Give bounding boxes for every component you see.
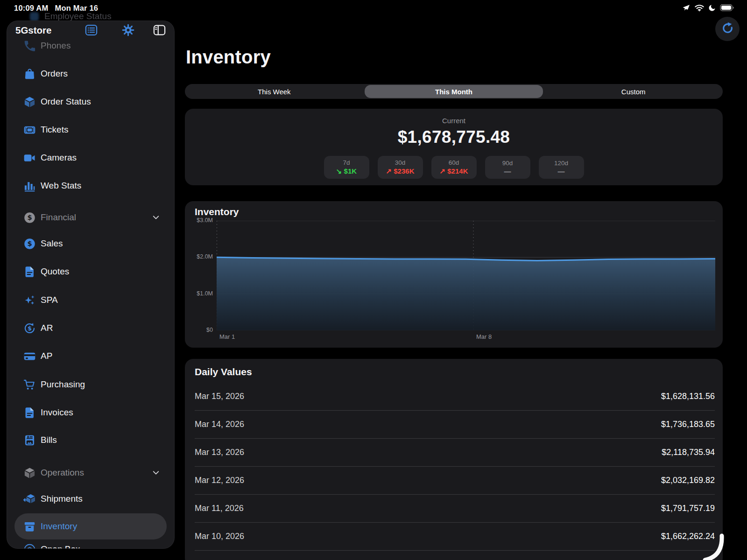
sidebar-item-label: Financial	[41, 212, 76, 223]
sidebar-item-label: Bills	[41, 435, 57, 445]
sidebar-item-shipments[interactable]: Shipments	[14, 486, 167, 512]
sidebar-item-cameras[interactable]: Cameras	[14, 145, 167, 171]
delta-chip-30d: 30d↗ $236K	[378, 156, 423, 179]
y-axis-tick: $3.0M	[187, 217, 213, 224]
refresh-dollar-icon: $	[23, 322, 36, 335]
chip-delta: ↗ $214K	[440, 167, 468, 175]
chip-period: 120d	[554, 160, 568, 167]
sidebar-item-label: Open Box	[41, 544, 80, 549]
chip-delta: ↗ $236K	[386, 167, 415, 175]
sidebar-item-bills[interactable]: ABills	[14, 427, 167, 453]
sidebar-item-ar[interactable]: $AR	[14, 315, 167, 341]
sidebar-item-label: Web Stats	[41, 181, 81, 191]
daily-values-card: Daily Values Mar 15, 2026$1,628,131.56Ma…	[185, 359, 723, 560]
chip-period: 60d	[449, 159, 459, 166]
sidebar-item-purchasing[interactable]: Purchasing	[14, 371, 167, 398]
sidebar-item-orders[interactable]: Orders	[14, 61, 167, 87]
sidebar-item-invoices[interactable]: Invoices	[14, 399, 167, 426]
sidebar-item-label: Inventory	[41, 521, 77, 532]
sidebar-item-tickets[interactable]: Tickets	[14, 117, 167, 143]
sidebar-item-label: Orders	[41, 69, 68, 79]
shipment-icon	[23, 493, 36, 505]
sidebar-item-label: AP	[41, 351, 52, 361]
delta-chips: 7d↘ $1K30d↗ $236K60d↗ $214K90d—120d—	[185, 156, 723, 179]
current-value: $1,678,775.48	[185, 127, 723, 147]
daily-date: Mar 13, 2026	[195, 448, 244, 457]
delta-chip-120d: 120d—	[539, 156, 584, 179]
bag-icon	[23, 68, 36, 80]
video-camera-icon	[23, 152, 36, 164]
sidebar-item-inventory[interactable]: Inventory	[14, 513, 167, 539]
daily-value-row: Mar 12, 2026$2,032,169.82	[195, 467, 715, 495]
daily-date: Mar 10, 2026	[195, 532, 244, 541]
sparkles-icon	[23, 294, 36, 307]
inventory-chart-card: Inventory $3.0M$2.0M$1.0M$0 Mar 1Mar 8	[185, 201, 723, 348]
sidebar-item-spa[interactable]: SPA	[14, 287, 167, 313]
daily-date: Mar 11, 2026	[195, 504, 244, 513]
refresh-button[interactable]	[715, 17, 740, 41]
delta-chip-60d: 60d↗ $214K	[431, 156, 477, 179]
current-label: Current	[185, 117, 723, 125]
document-icon	[23, 266, 36, 278]
sidebar-item-label: Purchasing	[41, 379, 85, 390]
chart-title: Inventory	[195, 206, 239, 217]
refresh-icon	[721, 22, 734, 36]
chip-delta: —	[558, 168, 565, 175]
sidebar-item-label: Cameras	[41, 153, 77, 163]
tab-this-week[interactable]: This Week	[185, 84, 364, 99]
tab-custom[interactable]: Custom	[544, 84, 723, 99]
delta-chip-90d: 90d—	[485, 156, 530, 179]
daily-value-row: Mar 10, 2026$1,662,262.24	[195, 523, 715, 551]
battery-icon	[720, 4, 734, 13]
sidebar-item-quotes[interactable]: Quotes	[14, 259, 167, 285]
daily-amount: $1,628,131.56	[661, 392, 715, 401]
ghost-icon	[30, 12, 39, 21]
inventory-area-chart	[217, 221, 715, 330]
daily-amount: $1,736,183.65	[661, 420, 715, 429]
daily-amount: $2,118,735.94	[662, 448, 715, 457]
cube-icon	[23, 96, 36, 108]
daily-values-list: Mar 15, 2026$1,628,131.56Mar 14, 2026$1,…	[195, 383, 715, 551]
airplane-icon	[682, 3, 691, 14]
sidebar-item-label: Sales	[41, 238, 63, 249]
sidebar-item-financial[interactable]: $Financial	[14, 204, 167, 231]
delta-chip-7d: 7d↘ $1K	[324, 156, 369, 179]
daily-value-row: Mar 14, 2026$1,736,183.65	[195, 411, 715, 439]
svg-text:$: $	[27, 239, 32, 247]
dollar-circle-icon: $	[23, 238, 36, 250]
chip-delta: —	[504, 168, 511, 175]
svg-text:$: $	[27, 213, 32, 221]
sidebar: 5Gstore PhonesOrdersOrder StatusTicketsC…	[7, 21, 175, 549]
daily-value-row: Mar 15, 2026$1,628,131.56	[195, 383, 715, 411]
sidebar-item-order-status[interactable]: Order Status	[14, 89, 167, 115]
chip-period: 30d	[395, 159, 406, 166]
sidebar-item-label: Invoices	[41, 407, 73, 418]
open-box-icon	[23, 543, 36, 549]
pen-scribble	[696, 527, 747, 560]
sidebar-item-label: AR	[41, 323, 53, 333]
sidebar-item-label: Shipments	[41, 494, 83, 504]
sidebar-item-phones[interactable]: Phones	[14, 33, 167, 59]
daily-values-title: Daily Values	[195, 366, 252, 378]
sidebar-item-web-stats[interactable]: Web Stats	[14, 173, 167, 199]
status-bar: 10:09 AMMon Mar 16	[0, 0, 747, 17]
phone-icon	[23, 40, 36, 52]
sidebar-item-operations[interactable]: Operations	[14, 460, 167, 486]
sidebar-item-ap[interactable]: AP	[14, 343, 167, 369]
sidebar-item-open-box[interactable]: Open Box	[14, 536, 167, 549]
wifi-icon	[694, 4, 705, 14]
daily-date: Mar 12, 2026	[195, 476, 244, 485]
x-axis-tick: Mar 8	[476, 333, 492, 340]
tab-this-month[interactable]: This Month	[365, 85, 543, 98]
daily-date: Mar 15, 2026	[195, 392, 244, 401]
y-axis-tick: $1.0M	[187, 290, 213, 297]
archive-box-icon	[23, 520, 36, 533]
cube-icon	[23, 467, 36, 479]
sidebar-item-label: Operations	[41, 468, 84, 478]
sidebar-item-sales[interactable]: $Sales	[14, 231, 167, 257]
chip-delta: ↘ $1K	[336, 167, 357, 175]
bar-chart-icon	[23, 180, 36, 192]
bill-icon: A	[23, 434, 36, 447]
svg-text:$: $	[28, 325, 32, 332]
svg-text:A: A	[27, 435, 30, 440]
